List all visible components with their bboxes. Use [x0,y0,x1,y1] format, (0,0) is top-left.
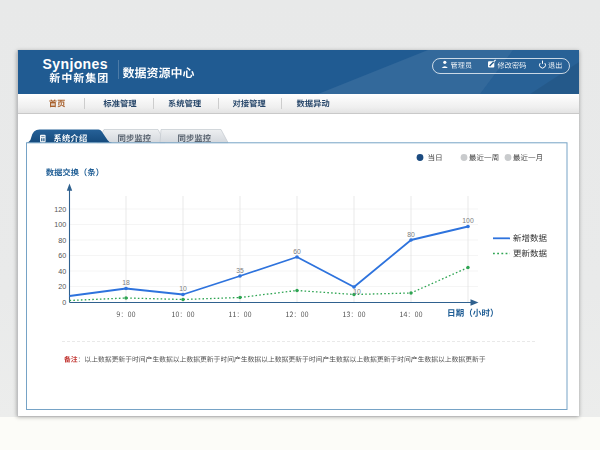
svg-text:60: 60 [58,251,66,260]
svg-text:0: 0 [62,298,66,307]
svg-text:20: 20 [58,282,66,291]
svg-text:120: 120 [54,205,66,214]
svg-text:18: 18 [122,279,130,286]
svg-text:40: 40 [58,267,66,276]
svg-text:60: 60 [293,248,301,255]
svg-text:80: 80 [407,231,415,238]
svg-text:80: 80 [58,236,66,245]
svg-text:100: 100 [462,217,474,224]
svg-text:35: 35 [236,267,244,274]
svg-text:10: 10 [353,288,361,295]
svg-text:Synjones: Synjones [43,56,108,72]
svg-text:100: 100 [54,220,66,229]
svg-text:10: 10 [179,285,187,292]
